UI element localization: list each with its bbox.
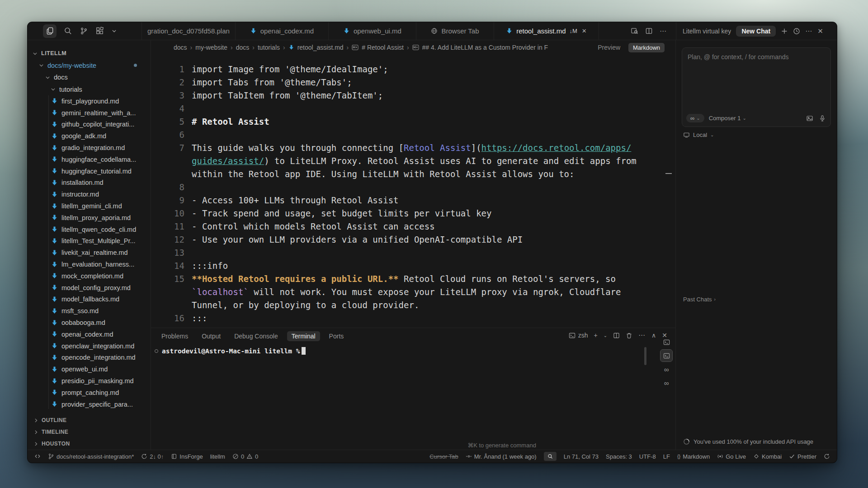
insforge-status[interactable]: InsForge (171, 453, 203, 460)
prettier[interactable]: Prettier (789, 453, 816, 460)
file-item[interactable]: google_adk.md (28, 130, 151, 142)
file-item[interactable]: model_config_proxy.md (28, 282, 151, 294)
file-item[interactable]: msft_sso.md (28, 305, 151, 317)
sidebar-folder-my-website[interactable]: docs/my-website (28, 60, 151, 72)
sidebar-folder-docs[interactable]: docs (28, 71, 151, 84)
past-chats-link[interactable]: Past Chats › (683, 296, 716, 303)
terminal-session-icon[interactable] (660, 336, 672, 348)
sidebar-section[interactable]: OUTLINE (28, 414, 151, 426)
file-item[interactable]: lm_evaluation_harness... (28, 258, 151, 270)
code-line[interactable]: 4 (151, 102, 675, 115)
code-line[interactable]: 16::: (151, 312, 675, 325)
chevron-down-icon[interactable]: ⌄ (604, 333, 607, 338)
code-line[interactable]: guides/assist/) to LiteLLM Proxy. Retool… (151, 155, 675, 168)
close-tab-icon[interactable]: ✕ (582, 28, 587, 34)
sidebar-root[interactable]: LITELLM (28, 47, 151, 60)
remote-indicator[interactable] (34, 453, 41, 460)
code-line[interactable]: 10- Track spend and usage, set budget li… (151, 207, 675, 220)
file-item[interactable]: openweb_ui.md (28, 363, 151, 375)
git-blame[interactable]: Mr. Ånand (1 week ago) (466, 453, 537, 460)
problems-status[interactable]: 0 0 (232, 453, 258, 460)
preview-label[interactable]: Preview (598, 44, 620, 51)
agent-session-icon[interactable]: ∞ (660, 377, 672, 389)
file-item[interactable]: opencode_integration.md (28, 352, 151, 364)
attach-image-icon[interactable] (806, 115, 813, 122)
editor-tab[interactable]: retool_assist.md↓M✕ (494, 22, 599, 40)
file-item[interactable]: first_playground.md (28, 95, 151, 107)
terminal-prompt[interactable]: astrodevil@Astro-Mac-mini litellm % (155, 347, 306, 355)
file-item[interactable]: openclaw_integration.md (28, 340, 151, 352)
cursor-tab-toggle[interactable]: Cursor Tab (429, 453, 458, 460)
file-item[interactable]: model_fallbacks.md (28, 294, 151, 305)
local-selector[interactable]: Local ⌄ (683, 131, 714, 138)
agent-session-icon[interactable]: ∞ (660, 363, 672, 375)
terminal-session-label[interactable]: zsh (569, 332, 588, 339)
code-line[interactable]: `localhost` will not work. You must expo… (151, 286, 675, 299)
code-line[interactable]: Tunnel, or by deploying to a cloud provi… (151, 299, 675, 312)
code-line[interactable]: 7This guide walks you through connecting… (151, 141, 675, 155)
code-line[interactable]: 9- Access 100+ LLMs through Retool Assis… (151, 194, 675, 207)
breadcrumb-item[interactable]: tutorials (258, 44, 280, 51)
kill-terminal-icon[interactable] (626, 332, 632, 339)
explorer-icon[interactable] (43, 24, 57, 38)
file-item[interactable]: github_copilot_integrati... (28, 119, 151, 131)
panel-tab-ports[interactable]: Ports (325, 331, 349, 341)
panel-more-icon[interactable]: ⋯ (805, 27, 812, 35)
mode-selector[interactable]: ∞ ⌄ (686, 114, 704, 122)
search-chip[interactable] (544, 452, 557, 461)
code-line[interactable]: 15**Hosted Retool requires a public URL.… (151, 272, 675, 286)
chat-composer[interactable]: Plan, @ for context, / for commands ∞ ⌄ … (682, 47, 831, 127)
refresh-status[interactable] (824, 453, 830, 460)
history-icon[interactable] (793, 28, 800, 35)
editor-tab[interactable]: openweb_ui.md (329, 22, 416, 40)
indentation[interactable]: Spaces: 3 (606, 453, 632, 460)
code-line[interactable]: 3import TabItem from '@theme/TabItem'; (151, 89, 675, 102)
file-item[interactable]: gemini_realtime_with_a... (28, 107, 151, 119)
breadcrumb-file[interactable]: retool_assist.md (297, 44, 344, 51)
file-item[interactable]: presidio_pii_masking.md (28, 375, 151, 387)
file-item[interactable]: litellm_proxy_aporia.md (28, 212, 151, 224)
git-branch-status[interactable]: docs/retool-assist-integration* (48, 453, 134, 460)
breadcrumb-item[interactable]: my-website (195, 44, 227, 51)
code-line[interactable]: 2import Tabs from '@theme/Tabs'; (151, 76, 675, 89)
panel-tab-output[interactable]: Output (197, 331, 225, 341)
open-preview-icon[interactable] (631, 27, 638, 35)
file-item[interactable]: instructor.md (28, 188, 151, 200)
sidebar-folder-tutorials[interactable]: tutorials (28, 84, 151, 96)
panel-tab-debug-console[interactable]: Debug Console (230, 331, 283, 341)
editor-tab[interactable]: openai_codex.md (236, 22, 329, 40)
new-terminal-icon[interactable]: + (594, 332, 597, 339)
code-editor[interactable]: 1import Image from '@theme/IdealImage';2… (151, 55, 675, 328)
breadcrumb-symbol[interactable]: # Retool Assist (362, 44, 404, 51)
file-item[interactable]: prompt_caching.md (28, 387, 151, 399)
source-control-icon[interactable] (80, 27, 88, 35)
eol[interactable]: LF (663, 453, 670, 460)
add-chat-icon[interactable] (781, 28, 788, 35)
file-item[interactable]: mock_completion.md (28, 270, 151, 282)
editor-tab[interactable]: gration_doc_d075fd58.plan.md (142, 22, 236, 40)
new-chat-tab[interactable]: New Chat (736, 26, 776, 37)
file-item[interactable]: litellm_qwen_code_cli.md (28, 224, 151, 235)
search-icon[interactable] (64, 27, 72, 35)
panel-tab-problems[interactable]: Problems (157, 331, 193, 341)
code-line[interactable]: 1import Image from '@theme/IdealImage'; (151, 63, 675, 76)
terminal-more-icon[interactable]: ⋯ (638, 331, 646, 339)
file-item[interactable]: provider_specific_para... (28, 399, 151, 410)
chevron-down-icon[interactable] (111, 27, 117, 35)
markdown-mode-badge[interactable]: Markdown (628, 43, 665, 52)
encoding[interactable]: UTF-8 (639, 453, 656, 460)
terminal-session-icon-active[interactable] (660, 350, 672, 361)
sync-status[interactable]: 2↓ 0↑ (141, 453, 164, 460)
code-line[interactable]: 13 (151, 246, 675, 259)
kombai[interactable]: Kombai (753, 453, 782, 460)
code-line[interactable]: 11- Control which models Retool Assist c… (151, 220, 675, 233)
split-editor-icon[interactable] (645, 27, 653, 35)
chat-tab[interactable]: Litellm virtual key (683, 28, 731, 35)
panel-close-icon[interactable]: ✕ (817, 27, 823, 35)
breadcrumb-item[interactable]: docs (236, 44, 250, 51)
file-item[interactable]: livekit_xai_realtime.md (28, 247, 151, 258)
sidebar-section[interactable]: TIMELINE (28, 426, 151, 438)
microphone-icon[interactable] (819, 115, 826, 122)
file-item[interactable]: openai_codex.md (28, 328, 151, 340)
code-line[interactable]: 12- Use your own LLM providers via a uni… (151, 233, 675, 246)
